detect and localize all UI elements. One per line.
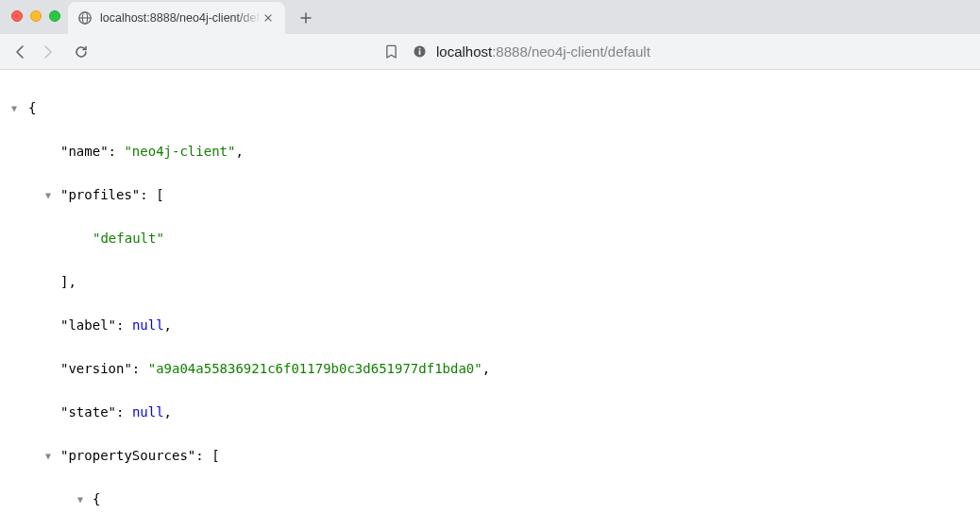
url-path: :8888/neo4j-client/default bbox=[492, 43, 651, 60]
json-key: "name" bbox=[60, 144, 109, 159]
collapse-toggle[interactable]: ▼ bbox=[43, 445, 53, 467]
window-close-button[interactable] bbox=[11, 10, 23, 22]
json-brace: { bbox=[28, 100, 36, 115]
tab-strip: localhost:8888/neo4j-client/def bbox=[0, 0, 980, 34]
json-string: "default" bbox=[93, 231, 164, 246]
json-viewer: ▼{ "name": "neo4j-client", ▼"profiles": … bbox=[0, 70, 980, 514]
collapse-toggle[interactable]: ▼ bbox=[9, 97, 19, 119]
window-zoom-button[interactable] bbox=[49, 10, 60, 22]
json-key: "propertySources" bbox=[60, 448, 195, 463]
site-info-icon[interactable] bbox=[413, 44, 427, 59]
json-string: "neo4j-client" bbox=[124, 144, 235, 159]
bookmark-icon[interactable] bbox=[385, 44, 397, 59]
globe-icon bbox=[77, 10, 93, 26]
collapse-toggle[interactable]: ▼ bbox=[76, 488, 85, 510]
window-controls bbox=[11, 10, 60, 22]
new-tab-button[interactable] bbox=[293, 5, 319, 31]
json-null: null bbox=[132, 317, 164, 333]
json-brace: { bbox=[93, 491, 100, 506]
json-key: "version" bbox=[60, 361, 132, 376]
url-host: localhost bbox=[436, 43, 492, 60]
json-key: "label" bbox=[60, 317, 116, 333]
json-key: "profiles" bbox=[60, 187, 140, 202]
browser-toolbar: localhost:8888/neo4j-client/default bbox=[0, 34, 980, 70]
nav-forward-button[interactable] bbox=[34, 39, 60, 65]
tab-close-button[interactable] bbox=[261, 10, 276, 26]
json-bracket: ], bbox=[60, 274, 76, 289]
tab-title: localhost:8888/neo4j-client/def bbox=[100, 11, 261, 25]
address-bar[interactable]: localhost:8888/neo4j-client/default bbox=[413, 43, 651, 60]
collapse-toggle[interactable]: ▼ bbox=[43, 184, 53, 206]
nav-back-button[interactable] bbox=[8, 39, 34, 65]
browser-tab[interactable]: localhost:8888/neo4j-client/def bbox=[68, 2, 285, 34]
svg-rect-9 bbox=[419, 48, 421, 50]
url-text: localhost:8888/neo4j-client/default bbox=[436, 43, 651, 60]
window-minimize-button[interactable] bbox=[30, 10, 42, 22]
json-key: "state" bbox=[60, 404, 116, 420]
json-string: "a9a04a55836921c6f01179b0c3d651977df1bda… bbox=[148, 361, 482, 376]
svg-rect-8 bbox=[419, 50, 421, 55]
json-null: null bbox=[132, 404, 164, 420]
reload-button[interactable] bbox=[68, 39, 94, 65]
